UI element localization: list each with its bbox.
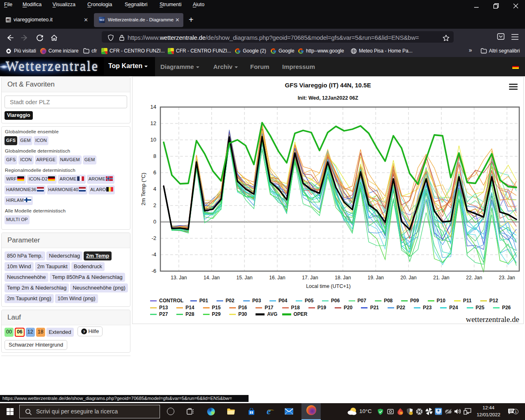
svg-text:?: ?	[83, 329, 85, 333]
